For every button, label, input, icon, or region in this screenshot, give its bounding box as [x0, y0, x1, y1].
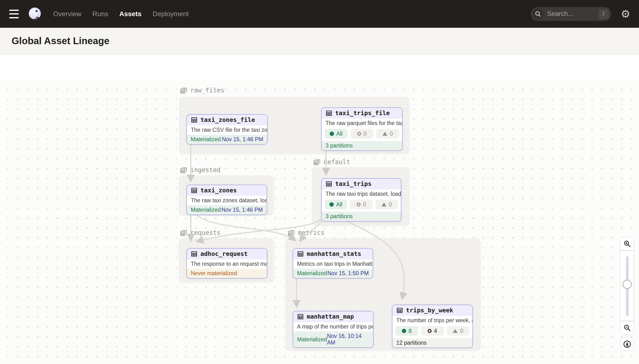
- page-header: Global Asset Lineage Reload definitions: [0, 28, 639, 55]
- asset-description: A map of the number of trips per taxi z.…: [293, 322, 373, 332]
- search-placeholder: Search...: [547, 10, 573, 18]
- group-layers-icon: [180, 166, 187, 174]
- partitions-missing-pill: 0: [376, 200, 398, 209]
- nav-item-runs[interactable]: Runs: [93, 10, 108, 18]
- partitions-failed-pill: 4: [421, 326, 444, 336]
- materialization-time: Nov 16, 10:14 AM: [327, 333, 369, 346]
- zoom-slider-track[interactable]: [626, 256, 628, 316]
- nav-item-overview[interactable]: Overview: [53, 10, 81, 18]
- table-icon: [326, 180, 332, 187]
- asset-name: adhoc_request: [200, 250, 248, 257]
- group-label-metrics[interactable]: metrics: [287, 229, 325, 236]
- partitions-missing-pill: 0: [376, 129, 399, 138]
- asset-node-taxi-zones[interactable]: taxi_zones The raw taxi zones dataset, l…: [186, 185, 267, 215]
- asset-name: trips_by_week: [406, 307, 453, 314]
- failed-ring-icon: [357, 202, 361, 206]
- primary-nav: Overview Runs Assets Deployment: [53, 10, 189, 18]
- top-navbar: Overview Runs Assets Deployment Search..…: [0, 0, 639, 28]
- download-image-button[interactable]: [620, 338, 634, 351]
- status-badge: Materialized: [191, 136, 221, 143]
- group-label-requests[interactable]: requests: [180, 229, 221, 236]
- asset-name: taxi_zones: [200, 187, 237, 194]
- asset-node-manhattan-map[interactable]: manhattan_map A map of the number of tri…: [293, 311, 374, 348]
- zoom-in-icon: [623, 240, 631, 248]
- materialized-dot-icon: [329, 202, 334, 206]
- zoom-out-button[interactable]: [620, 321, 634, 334]
- partitions-materialized-pill: 8: [395, 326, 418, 336]
- materialized-dot-icon: [402, 329, 406, 333]
- group-label-default[interactable]: default: [313, 158, 350, 166]
- nav-item-assets[interactable]: Assets: [119, 10, 142, 18]
- materialized-dot-icon: [330, 132, 334, 136]
- search-input[interactable]: Search... /: [531, 7, 611, 21]
- group-label-text: raw_files: [190, 87, 224, 94]
- group-layers-icon: [180, 229, 187, 236]
- asset-node-taxi-trips[interactable]: taxi_trips The raw taxi trips dataset, l…: [321, 178, 401, 222]
- asset-node-taxi-trips-file[interactable]: taxi_trips_file The raw parquet files fo…: [321, 108, 403, 151]
- asset-description: The number of trips per week, aggreg...: [392, 316, 472, 325]
- group-label-raw-files[interactable]: raw_files: [180, 86, 224, 94]
- table-icon: [297, 313, 304, 320]
- table-icon: [191, 250, 198, 257]
- nav-item-deployment[interactable]: Deployment: [153, 10, 189, 18]
- materialization-time: Nov 15, 1:46 PM: [222, 136, 263, 143]
- partitions-count: 12 partitions: [396, 340, 426, 346]
- status-badge: Materialized: [297, 336, 327, 343]
- asset-name: manhattan_stats: [307, 250, 361, 257]
- asset-description: The response to an request made in th...: [187, 259, 267, 269]
- download-icon: [623, 340, 631, 348]
- asset-node-manhattan-stats[interactable]: manhattan_stats Metrics on taxi trips in…: [293, 248, 373, 278]
- failed-ring-icon: [428, 329, 432, 333]
- asset-name: taxi_trips_file: [335, 110, 390, 116]
- group-label-text: metrics: [298, 229, 325, 236]
- partitions-missing-pill: 0: [447, 326, 469, 336]
- failed-ring-icon: [357, 132, 361, 136]
- asset-name: manhattan_map: [307, 313, 354, 320]
- partitions-count: 3 partitions: [326, 142, 353, 149]
- materialization-time: Nov 15, 1:50 PM: [327, 270, 369, 276]
- asset-name: taxi_zones_file: [200, 116, 255, 123]
- page-title: Global Asset Lineage: [12, 36, 109, 46]
- asset-description: The raw taxi trips dataset, loaded into …: [322, 189, 401, 199]
- asset-node-taxi-zones-file[interactable]: taxi_zones_file The raw CSV file for the…: [186, 114, 268, 144]
- status-badge: Never materialized: [191, 270, 237, 276]
- partitions-failed-pill: 0: [350, 200, 372, 209]
- hamburger-menu-icon[interactable]: [9, 10, 20, 18]
- zoom-out-icon: [623, 324, 631, 332]
- table-icon: [396, 307, 403, 314]
- settings-gear-icon[interactable]: ⚙: [621, 9, 630, 19]
- search-icon: [532, 8, 544, 20]
- missing-triangle-icon: [382, 202, 386, 206]
- group-label-text: ingested: [190, 166, 221, 174]
- zoom-in-button[interactable]: [620, 237, 634, 250]
- asset-name: taxi_trips: [335, 180, 372, 187]
- dagster-app: Overview Runs Assets Deployment Search..…: [0, 0, 639, 364]
- asset-description: Metrics on taxi trips in Manhattan: [293, 259, 373, 269]
- partitions-materialized-pill: All: [325, 129, 348, 138]
- group-label-text: default: [324, 158, 350, 166]
- group-layers-icon: [180, 86, 187, 94]
- partitions-materialized-pill: All: [325, 200, 347, 209]
- partitions-count: 3 partitions: [326, 213, 353, 220]
- search-shortcut-badge: /: [599, 9, 609, 19]
- lineage-toolbar: Filter Type an asset subset... (ex: ++ad…: [0, 55, 639, 80]
- asset-node-adhoc-request[interactable]: adhoc_request The response to an request…: [186, 248, 267, 278]
- zoom-slider-thumb[interactable]: [622, 280, 632, 289]
- asset-node-trips-by-week[interactable]: trips_by_week The number of trips per we…: [392, 304, 473, 348]
- table-icon: [191, 187, 198, 194]
- group-label-ingested[interactable]: ingested: [180, 166, 221, 174]
- group-layers-icon: [287, 229, 295, 236]
- table-icon: [191, 116, 198, 123]
- table-icon: [297, 250, 304, 257]
- status-badge: Materialized: [297, 270, 327, 276]
- status-badge: Materialized: [191, 206, 221, 213]
- missing-triangle-icon: [453, 329, 458, 333]
- zoom-slider[interactable]: [620, 250, 634, 321]
- missing-triangle-icon: [383, 132, 387, 136]
- group-layers-icon: [313, 158, 321, 166]
- materialization-time: Nov 15, 1:46 PM: [221, 206, 263, 213]
- group-label-text: requests: [190, 229, 221, 236]
- asset-description: The raw taxi zones dataset, loaded int..…: [187, 196, 267, 205]
- asset-description: The raw parquet files for the taxi trips…: [322, 118, 402, 128]
- dagster-logo-icon[interactable]: [28, 7, 42, 21]
